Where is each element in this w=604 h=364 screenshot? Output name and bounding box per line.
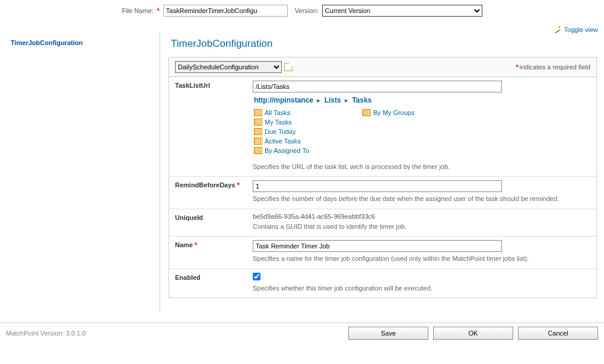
cancel-button[interactable]: Cancel	[518, 327, 598, 340]
toggle-row: Toggle view	[0, 24, 604, 33]
tasklist-views: All Tasks My Tasks Due Today Active Task…	[253, 108, 590, 160]
version-select[interactable]: Current Version	[322, 5, 482, 17]
views-col-left: All Tasks My Tasks Due Today Active Task…	[254, 109, 309, 154]
fields-panel: TaskListUrl http://mpinstance ▸ Lists ▸ …	[169, 77, 597, 298]
list-item: Due Today	[254, 128, 309, 135]
list-icon	[363, 109, 371, 116]
toggle-view-link[interactable]: Toggle view	[564, 26, 598, 33]
config-type-bar: DailyScheduleConfiguration *indicates a …	[169, 57, 597, 77]
config-type-select[interactable]: DailyScheduleConfiguration	[175, 61, 282, 73]
enabled-label: Enabled	[169, 269, 249, 298]
list-item: My Tasks	[254, 119, 309, 126]
list-icon	[254, 109, 262, 116]
field-name: Name * Specifies a name for the timer jo…	[169, 236, 596, 268]
required-note: *indicates a required field	[516, 63, 590, 71]
file-name-label: File Name:	[122, 7, 153, 14]
sidebar: TimerJobConfiguration	[0, 33, 160, 312]
enabled-checkbox[interactable]	[253, 273, 260, 280]
remindbeforedays-input[interactable]	[253, 180, 502, 192]
tasklisturl-desc: Specifies the URL of the task list, wich…	[253, 162, 590, 171]
uniqueid-label: UniqueId	[169, 209, 249, 236]
file-name-input[interactable]	[163, 5, 288, 17]
required-mark: *	[157, 7, 160, 14]
ok-button[interactable]: OK	[433, 327, 513, 340]
list-icon	[254, 119, 262, 126]
list-item: By Assigned To	[254, 147, 309, 154]
list-item: By My Groups	[363, 109, 415, 116]
tasklisturl-breadcrumb: http://mpinstance ▸ Lists ▸ Tasks	[253, 92, 590, 108]
view-link[interactable]: By Assigned To	[265, 147, 309, 154]
list-icon	[254, 138, 262, 145]
breadcrumb-lists[interactable]: Lists	[325, 96, 341, 104]
view-link[interactable]: Due Today	[265, 128, 295, 135]
view-link[interactable]: Active Tasks	[265, 138, 301, 145]
uniqueid-desc: Contains a GUID that is used to identify…	[253, 222, 590, 231]
sidebar-link-timerjobconfiguration[interactable]: TimerJobConfiguration	[11, 39, 82, 46]
content: TimerJobConfiguration DailyScheduleConfi…	[160, 33, 604, 312]
field-uniqueid: UniqueId be5d9a66-935a-4d41-ac65-969eabb…	[169, 209, 596, 236]
main: TimerJobConfiguration TimerJobConfigurat…	[0, 33, 604, 312]
field-tasklisturl: TaskListUrl http://mpinstance ▸ Lists ▸ …	[169, 77, 596, 176]
footer-version: MatchPoint Version: 3.0.1.0	[6, 330, 86, 337]
save-button[interactable]: Save	[348, 327, 428, 340]
tasklisturl-input[interactable]	[253, 81, 502, 92]
name-desc: Specifies a name for the timer job confi…	[253, 254, 590, 263]
name-label: Name *	[169, 237, 249, 268]
list-item: All Tasks	[254, 109, 309, 116]
tasklisturl-label: TaskListUrl	[169, 77, 249, 176]
enabled-desc: Specifies whether this timer job configu…	[253, 284, 590, 293]
view-link[interactable]: My Tasks	[265, 119, 292, 126]
breadcrumb-root[interactable]: http://mpinstance	[254, 96, 313, 104]
new-config-icon[interactable]	[284, 63, 293, 71]
views-col-right: By My Groups	[363, 109, 415, 154]
uniqueid-value: be5d9a66-935a-4d41-ac65-969eabbf33c6	[253, 213, 590, 220]
list-icon	[254, 128, 262, 135]
list-icon	[254, 147, 262, 154]
breadcrumb-tasks[interactable]: Tasks	[352, 96, 371, 104]
wand-icon	[554, 26, 562, 33]
remindbeforedays-label: RemindBeforeDays *	[169, 177, 249, 208]
name-input[interactable]	[253, 240, 502, 252]
view-link[interactable]: By My Groups	[373, 109, 415, 116]
field-enabled: Enabled Specifies whether this timer job…	[169, 269, 596, 298]
view-link[interactable]: All Tasks	[265, 109, 290, 116]
page-title: TimerJobConfiguration	[169, 33, 597, 57]
list-item: Active Tasks	[254, 138, 309, 145]
remindbeforedays-desc: Specifies the number of days before the …	[253, 194, 590, 203]
header-bar: File Name:* Version: Current Version	[0, 0, 604, 24]
footer: MatchPoint Version: 3.0.1.0 Save OK Canc…	[0, 323, 604, 343]
version-label: Version:	[295, 7, 319, 14]
field-remindbeforedays: RemindBeforeDays * Specifies the number …	[169, 176, 596, 208]
